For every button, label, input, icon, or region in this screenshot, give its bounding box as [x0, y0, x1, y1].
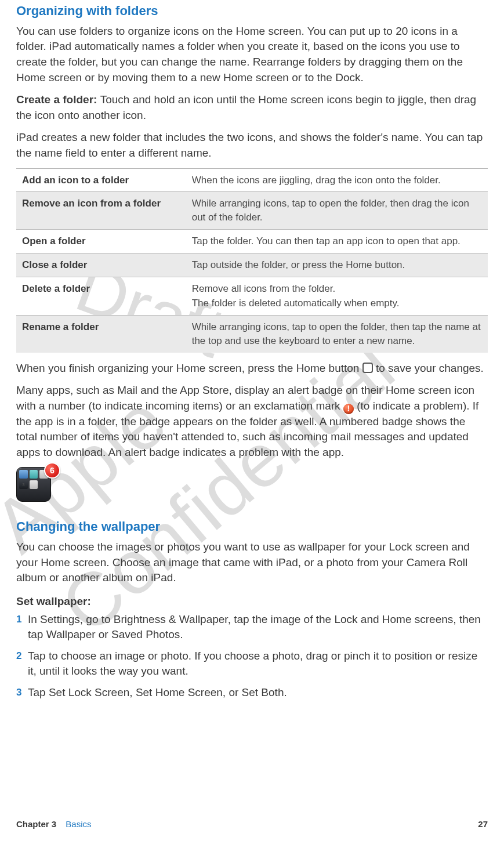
action-cell: Open a folder — [16, 229, 186, 253]
table-row: Delete a folder Remove all icons from th… — [16, 277, 488, 316]
table-row: Close a folder Tap outside the folder, o… — [16, 253, 488, 277]
step-item: Tap to choose an image or photo. If you … — [16, 649, 488, 679]
chapter-label: Chapter 3 — [16, 819, 56, 829]
after-create-text: iPad creates a new folder that includes … — [16, 130, 488, 161]
alert-icon: ! — [343, 404, 354, 414]
heading-organizing-folders: Organizing with folders — [16, 2, 488, 20]
page-footer: Chapter 3 Basics 27 — [16, 818, 488, 830]
home-button-icon — [362, 363, 373, 373]
desc-cell: While arranging icons, tap to open the f… — [186, 316, 488, 353]
action-cell: Close a folder — [16, 253, 186, 277]
folder-badge-illustration: 3 6 — [16, 467, 55, 505]
notification-badge: 6 — [44, 462, 60, 479]
create-folder-label: Create a folder: — [16, 93, 100, 106]
page-content: Organizing with folders You can use fold… — [0, 2, 504, 701]
action-cell: Add an icon to a folder — [16, 168, 186, 192]
create-folder-instruction: Create a folder: Touch and hold an icon … — [16, 92, 488, 123]
action-cell: Delete a folder — [16, 277, 186, 316]
table-row: Open a folder Tap the folder. You can th… — [16, 229, 488, 253]
table-row: Remove an icon from a folder While arran… — [16, 192, 488, 230]
alert-badge-text: Many apps, such as Mail and the App Stor… — [16, 383, 488, 460]
folder-actions-table: Add an icon to a folder When the icons a… — [16, 168, 488, 353]
wallpaper-steps: In Settings, go to Brightness & Wallpape… — [16, 612, 488, 701]
table-row: Rename a folder While arranging icons, t… — [16, 316, 488, 353]
chapter-title: Basics — [66, 819, 91, 829]
set-wallpaper-label: Set wallpaper: — [16, 594, 488, 610]
page-number: 27 — [478, 818, 488, 830]
table-row: Add an icon to a folder When the icons a… — [16, 168, 488, 192]
action-cell: Remove an icon from a folder — [16, 192, 186, 230]
action-cell: Rename a folder — [16, 316, 186, 353]
step-item: In Settings, go to Brightness & Wallpape… — [16, 612, 488, 643]
wallpaper-intro: You can choose the images or photos you … — [16, 539, 488, 586]
desc-cell: Tap outside the folder, or press the Hom… — [186, 253, 488, 277]
desc-cell: While arranging icons, tap to open the f… — [186, 192, 488, 230]
desc-cell: When the icons are jiggling, drag the ic… — [186, 168, 488, 192]
desc-cell: Remove all icons from the folder. The fo… — [186, 277, 488, 316]
heading-changing-wallpaper: Changing the wallpaper — [16, 518, 488, 536]
finish-organizing-text: When you finish organizing your Home scr… — [16, 361, 488, 376]
step-item: Tap Set Lock Screen, Set Home Screen, or… — [16, 685, 488, 701]
desc-cell: Tap the folder. You can then tap an app … — [186, 229, 488, 253]
folders-intro: You can use folders to organize icons on… — [16, 24, 488, 85]
